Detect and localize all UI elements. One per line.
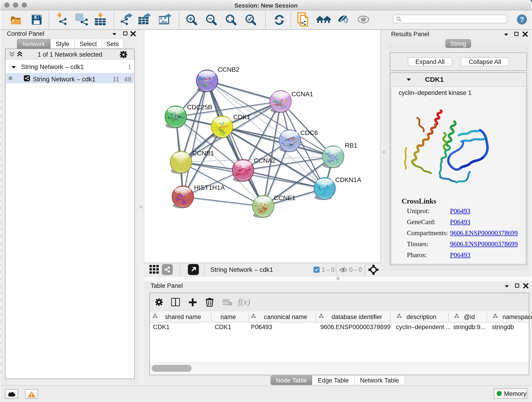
svg-text:RB1: RB1 xyxy=(345,142,357,149)
svg-text:CCNA1: CCNA1 xyxy=(291,90,313,98)
svg-text:CDKN1A: CDKN1A xyxy=(335,176,361,183)
svg-text:CCNE1: CCNE1 xyxy=(274,194,296,201)
svg-text:CCNA2: CCNA2 xyxy=(254,157,276,164)
svg-text:CDC25B: CDC25B xyxy=(187,104,212,111)
svg-text:CDC6: CDC6 xyxy=(300,129,318,136)
svg-text:CCNB2: CCNB2 xyxy=(218,66,239,73)
svg-text:CCNB1: CCNB1 xyxy=(192,150,214,157)
svg-text:CDK1: CDK1 xyxy=(233,114,250,121)
svg-text:HIST1H1A: HIST1H1A xyxy=(194,184,225,191)
